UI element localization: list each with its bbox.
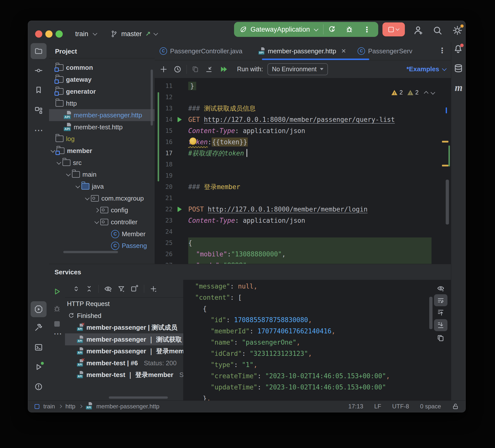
request-row-5[interactable]: API member-test ｜ 登录member S bbox=[65, 369, 183, 381]
request-row-3[interactable]: API member-passenger ｜ 登录mem bbox=[65, 345, 183, 357]
request-row-2[interactable]: API member-passenger ｜ 测试获取 bbox=[65, 333, 183, 345]
project-tool-button[interactable] bbox=[31, 43, 47, 59]
lock-icon[interactable] bbox=[452, 403, 459, 410]
rerun-icon[interactable] bbox=[328, 25, 336, 33]
run-request-gutter-icon[interactable] bbox=[178, 207, 182, 212]
open-in-new-tab-icon[interactable] bbox=[130, 285, 138, 293]
request-row-1[interactable]: API✕ member-passenger | 测试成员 bbox=[65, 321, 183, 333]
commit-tool-button[interactable] bbox=[31, 63, 47, 78]
examples-link[interactable]: *Examples bbox=[406, 65, 439, 73]
close-window-button[interactable] bbox=[35, 30, 42, 38]
tab-list-icon[interactable]: ⋮ bbox=[438, 46, 446, 55]
tree-item-main[interactable]: main bbox=[49, 168, 155, 180]
file-encoding[interactable]: UTF-8 bbox=[392, 403, 409, 410]
tree-item-log[interactable]: log bbox=[49, 133, 155, 145]
breadcrumb-folder[interactable]: http bbox=[65, 403, 75, 410]
tree-item-controller[interactable]: controller bbox=[49, 216, 155, 228]
services-panel-header[interactable]: Services bbox=[49, 264, 465, 280]
tree-item-member-passenger-http[interactable]: APImember-passenger.http bbox=[49, 109, 155, 121]
project-vertical-scrollbar[interactable] bbox=[151, 70, 153, 126]
tree-item-config[interactable]: config bbox=[49, 204, 155, 216]
tab-member-passenger-http[interactable]: API member-passenger.http ✕ bbox=[258, 47, 346, 55]
add-service-icon[interactable] bbox=[150, 285, 157, 293]
build-tool-button[interactable] bbox=[31, 319, 47, 335]
history-icon[interactable] bbox=[174, 65, 182, 73]
chevron-down-icon[interactable] bbox=[66, 172, 70, 176]
debug-icon[interactable] bbox=[345, 25, 353, 33]
bookmarks-tool-button[interactable] bbox=[31, 82, 47, 98]
tree-item-generator[interactable]: generator bbox=[49, 85, 155, 97]
stop-request-icon[interactable] bbox=[54, 321, 60, 327]
editor-scrollbar[interactable] bbox=[446, 180, 449, 224]
breadcrumb-project[interactable]: train bbox=[43, 403, 55, 410]
add-request-icon[interactable] bbox=[160, 65, 168, 73]
chevron-down-icon[interactable] bbox=[94, 219, 99, 224]
close-tab-icon[interactable]: ✕ bbox=[341, 48, 346, 55]
chevron-down-icon[interactable] bbox=[51, 148, 55, 152]
tree-item-member-test-http[interactable]: APImember-test.http bbox=[49, 121, 155, 133]
more-actions-icon[interactable]: ⋮ bbox=[363, 25, 371, 34]
chevron-down-icon[interactable] bbox=[85, 196, 89, 200]
previous-problem-icon[interactable] bbox=[424, 91, 428, 95]
more-tools-button[interactable]: ⋯ bbox=[31, 122, 47, 138]
intention-bulb-icon[interactable] bbox=[189, 138, 196, 145]
stop-button[interactable] bbox=[382, 22, 405, 36]
services-horizontal-scrollbar[interactable] bbox=[109, 396, 168, 399]
tree-item-gateway[interactable]: gateway bbox=[49, 74, 155, 85]
caret-position[interactable]: 17:13 bbox=[348, 403, 363, 410]
copy-icon[interactable] bbox=[192, 66, 199, 73]
tree-item-http[interactable]: http bbox=[49, 97, 155, 109]
terminal-tool-button[interactable] bbox=[31, 339, 47, 355]
debug-request-icon[interactable] bbox=[53, 305, 61, 313]
database-tool-button[interactable] bbox=[454, 64, 464, 74]
notifications-button[interactable] bbox=[453, 44, 464, 55]
maven-tool-button[interactable]: m bbox=[453, 82, 464, 93]
response-console[interactable]: "message": null, "content": [ { "id": 17… bbox=[183, 280, 451, 400]
structure-tool-button[interactable] bbox=[31, 102, 47, 118]
run-config-button[interactable]: GatewayApplication bbox=[234, 26, 319, 33]
project-widget[interactable]: train bbox=[75, 27, 97, 41]
tree-item-java[interactable]: java bbox=[49, 180, 155, 192]
environment-select[interactable]: No Environment bbox=[267, 63, 328, 75]
chevron-down-icon[interactable] bbox=[57, 160, 61, 164]
vcs-widget[interactable]: master ↗ bbox=[110, 27, 157, 41]
zoom-window-button[interactable] bbox=[56, 30, 63, 38]
tree-item-com-mcxgroup[interactable]: com.mcxgroup bbox=[49, 192, 155, 204]
more-icon[interactable]: ⋯ bbox=[54, 329, 62, 339]
soft-wrap-button[interactable] bbox=[434, 294, 447, 306]
add-user-icon[interactable] bbox=[413, 25, 424, 36]
project-horizontal-scrollbar[interactable] bbox=[63, 251, 118, 253]
tab-passenger-service[interactable]: C PassengerServ bbox=[358, 47, 412, 55]
tree-item-member-controller[interactable]: CMember bbox=[49, 228, 155, 240]
service-group-finished[interactable]: Finished bbox=[65, 310, 183, 322]
run-all-icon[interactable] bbox=[219, 65, 228, 74]
collapse-all-icon[interactable] bbox=[85, 285, 93, 293]
service-root-http-request[interactable]: HTTP Request bbox=[65, 298, 183, 310]
console-scrollbar[interactable] bbox=[429, 297, 433, 329]
chevron-right-icon[interactable] bbox=[94, 208, 99, 212]
preview-options-button[interactable] bbox=[434, 282, 447, 294]
tab-passenger-controller[interactable]: C PassengerController.java bbox=[160, 47, 243, 55]
problems-tool-button[interactable] bbox=[31, 379, 47, 395]
view-options-icon[interactable] bbox=[104, 285, 112, 293]
request-url[interactable]: http://127.0.0.1:8080/member/passenger/q… bbox=[204, 116, 395, 123]
line-ending[interactable]: LF bbox=[374, 403, 381, 410]
editor[interactable]: 11 12 13 14 15 16 17 18 19 20 21 22 23 2… bbox=[155, 78, 451, 264]
expand-all-icon[interactable] bbox=[72, 285, 80, 293]
next-problem-icon[interactable] bbox=[431, 90, 435, 94]
indent-setting[interactable]: 0 space bbox=[420, 403, 441, 410]
request-url[interactable]: http://127.0.0.1:8000/member/member/logi… bbox=[208, 206, 368, 213]
scroll-to-top-button[interactable] bbox=[434, 307, 447, 319]
scroll-to-end-button[interactable] bbox=[434, 319, 447, 331]
minimize-window-button[interactable] bbox=[45, 30, 53, 38]
run-tool-button[interactable] bbox=[31, 359, 47, 375]
request-row-4[interactable]: API✕ member-test | #6 Status: 200 bbox=[65, 357, 183, 369]
search-icon[interactable] bbox=[432, 25, 443, 36]
services-tool-button[interactable] bbox=[31, 301, 47, 317]
tree-item-member[interactable]: member bbox=[49, 145, 155, 157]
breadcrumb-file[interactable]: member-passenger.http bbox=[96, 403, 159, 410]
inspections-widget[interactable]: ! 2 ! 2 bbox=[391, 89, 434, 96]
import-icon[interactable] bbox=[205, 66, 213, 73]
tree-item-common[interactable]: common bbox=[49, 62, 155, 74]
tree-item-passenger-controller[interactable]: CPasseng bbox=[49, 240, 155, 252]
